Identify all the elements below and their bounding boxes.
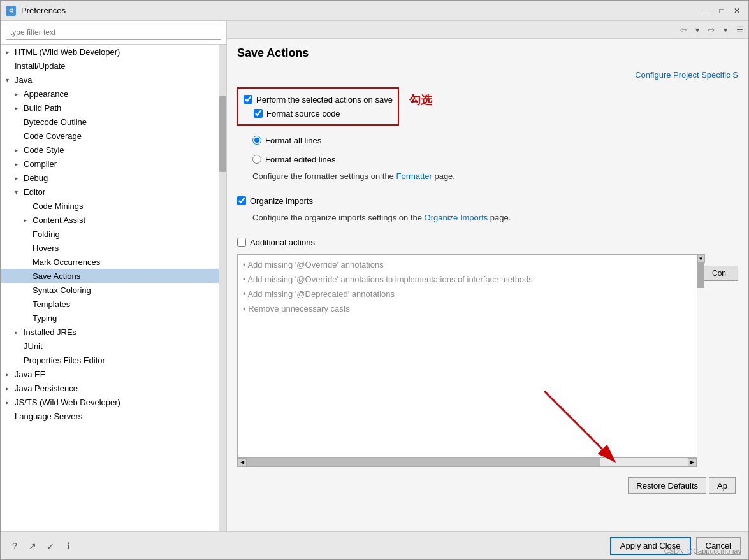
- list-scroll-track: [247, 458, 688, 466]
- organize-imports-link[interactable]: Organize Imports: [425, 213, 488, 222]
- actions-list[interactable]: • Add missing '@Override' annotations• A…: [237, 254, 697, 458]
- sidebar-item-hovers[interactable]: Hovers: [1, 241, 219, 255]
- forward-button[interactable]: ⇨: [705, 24, 718, 36]
- organize-imports-checkbox[interactable]: [237, 196, 246, 205]
- sidebar-item-propertiesfiles[interactable]: Properties Files Editor: [1, 353, 219, 367]
- additional-actions-label[interactable]: Additional actions: [250, 238, 315, 247]
- sidebar-label-typing: Typing: [33, 313, 57, 323]
- sidebar-item-appearance[interactable]: ▸Appearance: [1, 87, 219, 101]
- configure-btn[interactable]: Con: [700, 266, 738, 281]
- sidebar-item-bytecode[interactable]: Bytecode Outline: [1, 115, 219, 129]
- search-input[interactable]: [6, 25, 221, 40]
- sidebar-scroll-thumb: [219, 96, 226, 172]
- list-item[interactable]: • Add missing '@Override' annotations: [238, 257, 697, 272]
- sidebar-item-folding[interactable]: Folding: [1, 227, 219, 241]
- right-toolbar: ⇦ ▾ ⇨ ▾ ☰: [227, 21, 748, 39]
- additional-actions-row: Additional actions: [237, 235, 738, 249]
- format-edited-radio[interactable]: [252, 155, 261, 164]
- sidebar-item-html[interactable]: ▸HTML (Wild Web Developer): [1, 45, 219, 59]
- sidebar-item-markoccurrences[interactable]: Mark Occurrences: [1, 255, 219, 269]
- sidebar-item-buildpath[interactable]: ▸Build Path: [1, 101, 219, 115]
- tree-arrow-buildpath: ▸: [15, 104, 24, 111]
- list-vertical-scrollbar[interactable]: ▲ ▼: [697, 254, 705, 263]
- additional-actions-checkbox[interactable]: [237, 238, 246, 247]
- info-icon[interactable]: ℹ: [62, 540, 75, 552]
- annotation-text: 勾选: [409, 92, 432, 108]
- sidebar-item-java[interactable]: ▾Java: [1, 73, 219, 87]
- sidebar-label-syntaxcoloring: Syntax Coloring: [33, 285, 91, 295]
- minimize-button[interactable]: —: [700, 4, 713, 17]
- format-edited-row: Format edited lines: [237, 152, 738, 166]
- sidebar-label-contentassist: Content Assist: [33, 215, 85, 225]
- format-all-row: Format all lines: [237, 133, 738, 147]
- sidebar-label-html: HTML (Wild Web Developer): [15, 47, 120, 57]
- sidebar-item-javaee[interactable]: ▸Java EE: [1, 367, 219, 381]
- list-scroll-down[interactable]: ▼: [697, 255, 704, 262]
- sidebar-label-folding: Folding: [33, 229, 60, 239]
- restore-defaults-button[interactable]: Restore Defaults: [628, 477, 706, 494]
- sidebar-item-syntaxcoloring[interactable]: Syntax Coloring: [1, 283, 219, 297]
- sidebar-item-debug[interactable]: ▸Debug: [1, 171, 219, 185]
- sidebar-item-typing[interactable]: Typing: [1, 311, 219, 325]
- perform-checkbox[interactable]: [244, 95, 252, 104]
- sidebar-label-saveactions: Save Actions: [33, 271, 80, 281]
- organize-imports-label[interactable]: Organize imports: [250, 196, 313, 206]
- format-source-label[interactable]: Format source code: [266, 109, 340, 118]
- sidebar-item-languageservers[interactable]: Language Servers: [1, 409, 219, 423]
- sidebar-item-jsts[interactable]: ▸JS/TS (Wild Web Developer): [1, 395, 219, 409]
- list-bottom-scrollbar[interactable]: ◀ ▶: [237, 458, 697, 467]
- list-scroll-right[interactable]: ▶: [688, 458, 697, 467]
- sidebar-label-propertiesfiles: Properties Files Editor: [24, 355, 105, 365]
- sidebar-item-editor[interactable]: ▾Editor: [1, 185, 219, 199]
- format-source-checkbox[interactable]: [254, 109, 263, 118]
- sidebar-item-junit[interactable]: JUnit: [1, 339, 219, 353]
- list-scroll-thumb-v: [697, 262, 704, 288]
- list-scroll-left[interactable]: ◀: [238, 458, 247, 467]
- sidebar-item-javapersistence[interactable]: ▸Java Persistence: [1, 381, 219, 395]
- title-bar: ⚙ Preferences — □ ✕: [1, 1, 748, 21]
- close-button[interactable]: ✕: [731, 4, 743, 17]
- apply-button[interactable]: Ap: [709, 477, 736, 494]
- sidebar-item-saveactions[interactable]: Save Actions: [1, 269, 219, 283]
- format-all-radio[interactable]: [252, 136, 261, 145]
- sidebar-scrollbar[interactable]: [219, 45, 226, 531]
- page-title: Save Actions: [237, 47, 738, 60]
- sidebar-label-junit: JUnit: [24, 341, 43, 351]
- configure-project-link[interactable]: Configure Project Specific S: [635, 70, 738, 80]
- format-checkbox-row: Format source code: [244, 106, 393, 120]
- sidebar-item-codestyle[interactable]: ▸Code Style: [1, 143, 219, 157]
- back-button[interactable]: ⇦: [677, 24, 690, 36]
- right-panel: ⇦ ▾ ⇨ ▾ ☰ Save Actions Configure Project…: [227, 21, 748, 531]
- dropdown-button[interactable]: ▾: [691, 24, 704, 36]
- sidebar-label-markoccurrences: Mark Occurrences: [33, 257, 100, 267]
- import-icon[interactable]: ↙: [44, 540, 57, 552]
- tree-arrow-appearance: ▸: [15, 90, 24, 97]
- sidebar-item-codecoverage[interactable]: Code Coverage: [1, 129, 219, 143]
- list-item[interactable]: • Add missing '@Override' annotations to…: [238, 272, 697, 287]
- menu-button[interactable]: ☰: [733, 24, 746, 36]
- maximize-button[interactable]: □: [715, 4, 728, 17]
- sidebar-item-install[interactable]: Install/Update: [1, 59, 219, 73]
- list-item[interactable]: • Add missing '@Deprecated' annotations: [238, 287, 697, 301]
- format-edited-label[interactable]: Format edited lines: [265, 155, 336, 164]
- sidebar-item-contentassist[interactable]: ▸Content Assist: [1, 213, 219, 227]
- sidebar-item-codeminings[interactable]: Code Minings: [1, 199, 219, 213]
- forward-alt-button[interactable]: ▾: [719, 24, 732, 36]
- sidebar-label-debug: Debug: [24, 173, 48, 183]
- export-icon[interactable]: ↗: [26, 540, 39, 552]
- format-all-label[interactable]: Format all lines: [265, 136, 321, 145]
- perform-checkbox-label[interactable]: Perform the selected actions on save: [256, 95, 393, 104]
- tree-arrow-html: ▸: [6, 48, 15, 55]
- red-highlight-box: Perform the selected actions on save For…: [237, 87, 399, 126]
- tree-arrow-debug: ▸: [15, 175, 24, 182]
- sidebar-item-compiler[interactable]: ▸Compiler: [1, 157, 219, 171]
- sidebar-label-install: Install/Update: [15, 61, 66, 71]
- sidebar-label-hovers: Hovers: [33, 243, 59, 253]
- sidebar-label-templates: Templates: [33, 299, 70, 309]
- formatter-link[interactable]: Formatter: [396, 171, 432, 181]
- sidebar-item-templates[interactable]: Templates: [1, 297, 219, 311]
- tree-arrow-javapersistence: ▸: [6, 385, 15, 392]
- list-item[interactable]: • Remove unnecessary casts: [238, 301, 697, 316]
- help-icon[interactable]: ?: [8, 540, 21, 552]
- sidebar-item-installedjres[interactable]: ▸Installed JREs: [1, 325, 219, 339]
